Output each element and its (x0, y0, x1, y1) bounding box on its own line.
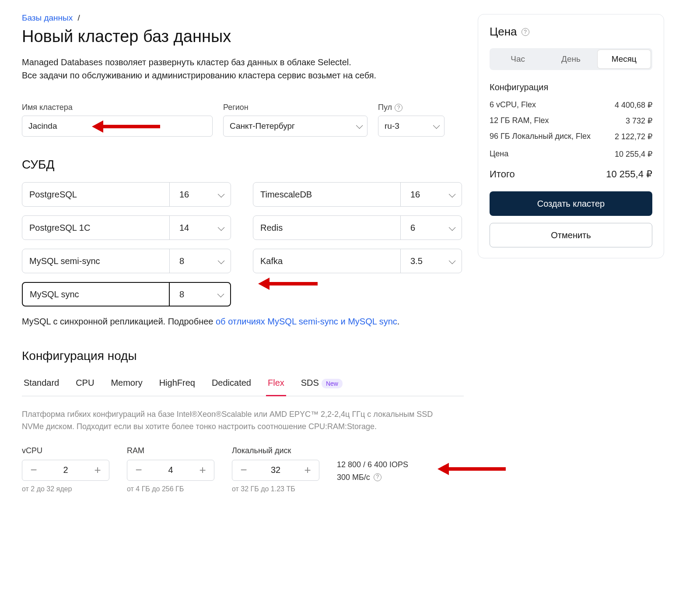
pool-label: Пул (378, 103, 392, 112)
chevron-down-icon (433, 121, 438, 131)
dbms-name: TimescaleDB (253, 183, 400, 206)
tab-dedicated[interactable]: Dedicated (210, 374, 253, 396)
dbms-version-select[interactable]: 8 (169, 249, 231, 273)
config-tabs: StandardCPUMemoryHighFreqDedicatedFlexSD… (22, 374, 464, 396)
tab-standard[interactable]: Standard (22, 374, 61, 396)
dbms-version-select[interactable]: 16 (400, 183, 462, 206)
disk-value: 32 (255, 465, 296, 475)
dbms-card[interactable]: Kafka3.5 (253, 249, 462, 273)
chevron-down-icon (356, 121, 361, 131)
price-subtotal: Цена 10 255,4 ₽ (490, 149, 652, 159)
breadcrumb-separator: / (78, 13, 80, 22)
chevron-down-icon (449, 256, 454, 266)
chevron-down-icon (218, 223, 223, 233)
dbms-diff-link[interactable]: об отличиях MySQL semi-sync и MySQL sync (216, 317, 397, 326)
cluster-name-label: Имя кластера (22, 103, 213, 112)
field-pool: Пул ? ru-3 (378, 103, 444, 137)
iops-value: 12 800 / 6 400 IOPS (337, 458, 408, 471)
vcpu-stepper[interactable]: − 2 + (22, 460, 109, 481)
ram-hint: от 4 ГБ до 256 ГБ (127, 485, 214, 493)
dbms-card[interactable]: MySQL semi-sync8 (22, 249, 231, 273)
dbms-card[interactable]: PostgreSQL16 (22, 182, 231, 207)
minus-icon[interactable]: − (127, 460, 150, 480)
tab-flex[interactable]: Flex (266, 374, 286, 396)
dbms-card[interactable]: MySQL sync8 (22, 282, 231, 307)
ram-value: 4 (150, 465, 191, 475)
badge-new: New (322, 379, 343, 388)
disk-stepper[interactable]: − 32 + (232, 460, 319, 481)
dbms-name: PostgreSQL (22, 183, 169, 206)
region-select[interactable]: Санкт-Петербург (223, 116, 368, 137)
billing-period-segment: Час День Месяц (490, 48, 652, 70)
create-cluster-button[interactable]: Создать кластер (490, 191, 652, 216)
disk-performance-info: 12 800 / 6 400 IOPS 300 МБ/с ? (337, 446, 408, 484)
disk-label: Локальный диск (232, 446, 319, 455)
region-label: Регион (223, 103, 368, 112)
price-sidebar: Цена ? Час День Месяц Конфигурация 6 vCP… (478, 14, 664, 258)
ram-label: RAM (127, 446, 214, 455)
plus-icon[interactable]: + (191, 460, 214, 480)
cfg-disk: Локальный диск − 32 + от 32 ГБ до 1.23 Т… (232, 446, 319, 493)
bandwidth-value: 300 МБ/с (337, 471, 370, 484)
dbms-description: MySQL с синхронной репликацией. Подробне… (22, 315, 464, 328)
dbms-name: MySQL sync (23, 283, 169, 306)
dbms-version-select[interactable]: 8 (169, 283, 230, 306)
chevron-down-icon (218, 256, 223, 266)
dbms-version-select[interactable]: 6 (400, 216, 462, 240)
disk-hint: от 32 ГБ до 1.23 ТБ (232, 485, 319, 493)
dbms-card[interactable]: PostgreSQL 1C14 (22, 215, 231, 240)
dbms-name: Redis (253, 216, 400, 240)
dbms-grid: PostgreSQL16TimescaleDB16PostgreSQL 1C14… (22, 182, 464, 307)
dbms-name: MySQL semi-sync (22, 249, 169, 273)
vcpu-hint: от 2 до 32 ядер (22, 485, 109, 493)
tab-highfreq[interactable]: HighFreq (158, 374, 197, 396)
cfg-ram: RAM − 4 + от 4 ГБ до 256 ГБ (127, 446, 214, 493)
segment-hour[interactable]: Час (491, 50, 544, 68)
page-title: Новый кластер баз данных (22, 27, 464, 46)
ram-stepper[interactable]: − 4 + (127, 460, 214, 481)
dbms-version-select[interactable]: 16 (169, 183, 231, 206)
breadcrumb-root-link[interactable]: Базы данных (22, 13, 73, 22)
chevron-down-icon (449, 190, 454, 200)
tab-memory[interactable]: Memory (109, 374, 144, 396)
segment-day[interactable]: День (544, 50, 597, 68)
dbms-version-select[interactable]: 14 (169, 216, 231, 240)
cancel-button[interactable]: Отменить (490, 223, 652, 247)
vcpu-value: 2 (45, 465, 86, 475)
dbms-card[interactable]: Redis6 (253, 215, 462, 240)
field-cluster-name: Имя кластера (22, 103, 213, 137)
dbms-card[interactable]: TimescaleDB16 (253, 182, 462, 207)
segment-month[interactable]: Месяц (598, 50, 651, 68)
chevron-down-icon (218, 190, 223, 200)
price-line: 6 vCPU, Flex4 400,68 ₽ (490, 100, 652, 110)
plus-icon[interactable]: + (86, 460, 109, 480)
tab-description: Платформа гибких конфигураций на базе In… (22, 409, 451, 433)
price-config-heading: Конфигурация (490, 82, 652, 92)
dbms-name: PostgreSQL 1C (22, 216, 169, 240)
price-line: 12 ГБ RAM, Flex3 732 ₽ (490, 116, 652, 126)
node-config-section-title: Конфигурация ноды (22, 349, 464, 363)
help-icon[interactable]: ? (522, 28, 529, 36)
tab-sds[interactable]: SDSNew (299, 374, 344, 396)
plus-icon[interactable]: + (296, 460, 319, 480)
chevron-down-icon (449, 223, 454, 233)
minus-icon[interactable]: − (22, 460, 45, 480)
dbms-name: Kafka (253, 249, 400, 273)
price-title: Цена ? (490, 25, 652, 39)
price-line: 96 ГБ Локальный диск, Flex2 122,72 ₽ (490, 132, 652, 141)
dbms-version-select[interactable]: 3.5 (400, 249, 462, 273)
tab-cpu[interactable]: CPU (74, 374, 96, 396)
vcpu-label: vCPU (22, 446, 109, 455)
page-intro: Managed Databases позволяет развернуть к… (22, 56, 464, 82)
help-icon[interactable]: ? (374, 473, 382, 481)
pool-select[interactable]: ru-3 (378, 116, 444, 137)
chevron-down-icon (217, 289, 222, 300)
field-region: Регион Санкт-Петербург (223, 103, 368, 137)
dbms-section-title: СУБД (22, 158, 464, 172)
cfg-vcpu: vCPU − 2 + от 2 до 32 ядер (22, 446, 109, 493)
breadcrumb: Базы данных / (22, 13, 464, 23)
minus-icon[interactable]: − (232, 460, 255, 480)
price-total: Итого 10 255,4 ₽ (490, 169, 652, 180)
help-icon[interactable]: ? (395, 104, 402, 112)
